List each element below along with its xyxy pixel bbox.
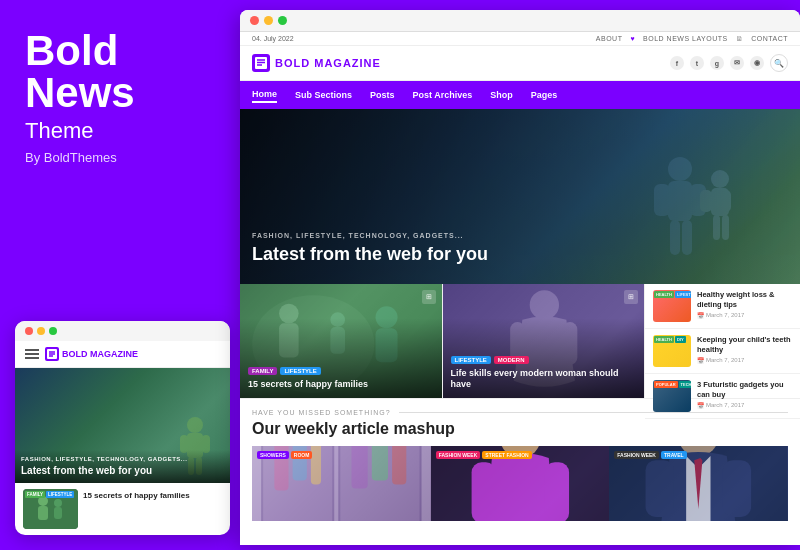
svg-rect-57 xyxy=(723,460,751,517)
site-top-bar: 04. July 2022 ABOUT ♥ BOLD NEWS LAYOUTS … xyxy=(240,32,800,46)
social-google-icon[interactable]: g xyxy=(710,56,724,70)
svg-rect-11 xyxy=(54,507,62,519)
svg-rect-50 xyxy=(471,462,495,521)
bottom-img-3[interactable]: FASHION WEEK TRAVEL xyxy=(609,446,788,521)
fc2-image-icon: ⊞ xyxy=(624,290,638,304)
fc2-tag2: MODERN xyxy=(494,356,529,364)
fc1-tag2: LIFESTYLE xyxy=(280,367,320,375)
site-logo: BOLD MAGAZINE xyxy=(252,54,381,72)
svg-rect-56 xyxy=(646,460,674,517)
top-nav-separator: 🗎 xyxy=(736,35,744,42)
hamburger-icon xyxy=(25,349,39,359)
top-nav-contact[interactable]: CONTACT xyxy=(751,35,788,42)
hero-category: FASHION, LIFESTYLE, TECHNOLOGY, GADGETS.… xyxy=(252,232,488,239)
nav-posts[interactable]: Posts xyxy=(370,88,395,102)
website-content: 04. July 2022 ABOUT ♥ BOLD NEWS LAYOUTS … xyxy=(240,32,800,545)
sa3-image: POPULAR TECH TIPS xyxy=(653,380,691,412)
bi3-tags: FASHION WEEK TRAVEL xyxy=(614,451,686,459)
social-rss-icon[interactable]: ◉ xyxy=(750,56,764,70)
nav-post-archives[interactable]: Post Archives xyxy=(413,88,473,102)
bi2-tag1: FASHION WEEK xyxy=(436,451,481,459)
nav-shop[interactable]: Shop xyxy=(490,88,513,102)
fc2-tag1: LIFESTYLE xyxy=(451,356,491,364)
fc1-tags: FAMILY LIFESTYLE xyxy=(248,367,434,375)
browser-dot-yellow xyxy=(264,16,273,25)
sa3-date: 📅 March 7, 2017 xyxy=(697,402,792,409)
feature-cards: FAMILY LIFESTYLE 15 secrets of happy fam… xyxy=(240,284,645,398)
mobile-logo: BOLD MAGAZINE xyxy=(45,347,138,361)
search-icon[interactable]: 🔍 xyxy=(770,54,788,72)
fc1-image-icon: ⊞ xyxy=(422,290,436,304)
sa2-image: HEALTH DIY xyxy=(653,335,691,367)
bottom-images: SHOWERS ROOM xyxy=(252,446,788,521)
hero-content: FASHION, LIFESTYLE, TECHNOLOGY, GADGETS.… xyxy=(252,232,488,266)
sa3-content: 3 Futuristic gadgets you can buy 📅 March… xyxy=(697,380,792,409)
fc2-title: Life skills every modern woman should ha… xyxy=(451,368,637,390)
site-logo-text: BOLD MAGAZINE xyxy=(275,57,381,69)
mobile-logo-text: BOLD MAGAZINE xyxy=(62,349,138,359)
sa3-title: 3 Futuristic gadgets you can buy xyxy=(697,380,792,400)
sa1-title: Healthy weight loss & dieting tips xyxy=(697,290,792,310)
sa3-tag-popular: POPULAR xyxy=(654,381,678,388)
sa2-date-text: March 7, 2017 xyxy=(706,357,744,363)
fc2-content: LIFESTYLE MODERN Life skills every moder… xyxy=(451,356,637,390)
feature-card-2[interactable]: LIFESTYLE MODERN Life skills every moder… xyxy=(443,284,646,398)
mobile-card-image: FAMILY LIFESTYLE xyxy=(23,489,78,529)
sa1-image: HEALTH LIFESTYLE MODERN xyxy=(653,290,691,322)
brand-title-line1: Bold xyxy=(25,30,220,72)
nav-subsections[interactable]: Sub Sections xyxy=(295,88,352,102)
sa2-tag-diy: DIY xyxy=(675,336,686,343)
site-top-nav: ABOUT ♥ BOLD NEWS LAYOUTS 🗎 CONTACT xyxy=(596,35,788,42)
mobile-card-tag2: LIFESTYLE xyxy=(46,491,74,498)
sa1-date-text: March 7, 2017 xyxy=(706,312,744,318)
feature-card-1[interactable]: FAMILY LIFESTYLE 15 secrets of happy fam… xyxy=(240,284,443,398)
sidebar-article-1[interactable]: HEALTH LIFESTYLE MODERN Healthy weight l… xyxy=(645,284,800,329)
mobile-hero-category: FASHION, LIFESTYLE, TECHNOLOGY, GADGETS.… xyxy=(21,456,187,462)
svg-point-10 xyxy=(54,499,62,507)
brand-subtitle: Theme xyxy=(25,118,220,144)
social-facebook-icon[interactable]: f xyxy=(670,56,684,70)
bi3-tag2: TRAVEL xyxy=(661,451,687,459)
social-twitter-icon[interactable]: t xyxy=(690,56,704,70)
bi1-tag1: SHOWERS xyxy=(257,451,289,459)
site-header-icons: f t g ✉ ◉ 🔍 xyxy=(670,54,788,72)
svg-rect-9 xyxy=(38,506,48,520)
sidebar-articles: HEALTH LIFESTYLE MODERN Healthy weight l… xyxy=(645,284,800,398)
calendar-icon-3: 📅 xyxy=(697,402,704,409)
mobile-hero-overlay: FASHION, LIFESTYLE, TECHNOLOGY, GADGETS.… xyxy=(15,450,230,483)
svg-rect-51 xyxy=(544,462,568,521)
site-header: BOLD MAGAZINE f t g ✉ ◉ 🔍 xyxy=(240,46,800,81)
mashup-label-text: HAVE YOU MISSED SOMETHING? xyxy=(252,409,391,416)
fc2-tags: LIFESTYLE MODERN xyxy=(451,356,637,364)
sidebar-article-2[interactable]: HEALTH DIY Keeping your child's teeth he… xyxy=(645,329,800,374)
bottom-img-1[interactable]: SHOWERS ROOM xyxy=(252,446,431,521)
svg-point-1 xyxy=(187,417,203,433)
brand-title: Bold News xyxy=(25,30,220,114)
sa2-content: Keeping your child's teeth healthy 📅 Mar… xyxy=(697,335,792,364)
nav-home[interactable]: Home xyxy=(252,87,277,103)
fc1-content: FAMILY LIFESTYLE 15 secrets of happy fam… xyxy=(248,367,434,390)
bi2-tag2: STREET FASHION xyxy=(482,451,531,459)
top-nav-about[interactable]: ABOUT xyxy=(596,35,623,42)
mobile-card-content: 15 secrets of happy families xyxy=(83,489,222,501)
nav-pages[interactable]: Pages xyxy=(531,88,558,102)
site-logo-icon xyxy=(252,54,270,72)
mobile-card: FAMILY LIFESTYLE 15 secrets of happy fam… xyxy=(23,489,222,529)
calendar-icon: 📅 xyxy=(697,312,704,319)
calendar-icon-2: 📅 xyxy=(697,357,704,364)
social-email-icon[interactable]: ✉ xyxy=(730,56,744,70)
bottom-img-2[interactable]: FASHION WEEK STREET FASHION xyxy=(431,446,610,521)
sa2-tag-health: HEALTH xyxy=(654,336,674,343)
site-date: 04. July 2022 xyxy=(252,35,294,42)
browser-dot-green xyxy=(278,16,287,25)
mobile-hero-section: FASHION, LIFESTYLE, TECHNOLOGY, GADGETS.… xyxy=(15,368,230,483)
bi3-tag1: FASHION WEEK xyxy=(614,451,659,459)
mashup-title: Our weekly article mashup xyxy=(252,420,788,438)
mobile-window-controls xyxy=(15,321,230,341)
left-panel: Bold News Theme By BoldThemes BOLD MAGAZ… xyxy=(0,0,245,550)
top-nav-bold[interactable]: BOLD NEWS LAYOUTS xyxy=(643,35,728,42)
sa2-tags: HEALTH DIY xyxy=(654,336,686,343)
sa3-tags: POPULAR TECH TIPS xyxy=(654,381,691,388)
sa1-tags: HEALTH LIFESTYLE MODERN xyxy=(654,291,691,298)
mobile-dot-yellow xyxy=(37,327,45,335)
